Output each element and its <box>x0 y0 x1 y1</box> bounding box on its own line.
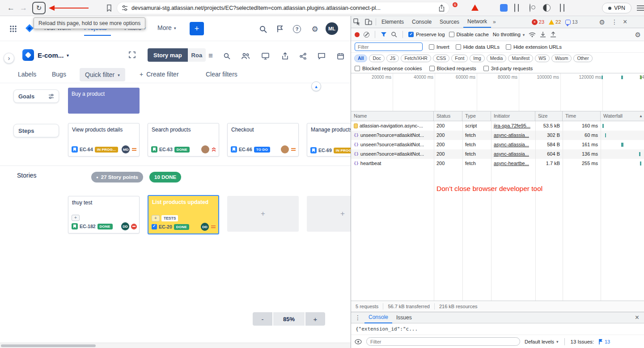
calendar-icon[interactable] <box>335 50 346 62</box>
create-issue-button[interactable]: + <box>190 22 204 35</box>
app-switcher-icon[interactable] <box>10 25 17 32</box>
step-card[interactable]: Search products EC-63 DONE <box>148 123 219 157</box>
zoom-out-button[interactable]: - <box>253 312 272 326</box>
browser-reload-button[interactable]: ↻ <box>32 2 46 14</box>
filter-chip-img[interactable]: Img <box>470 55 485 62</box>
record-button[interactable] <box>355 32 360 37</box>
filter-chip-doc[interactable]: Doc <box>369 55 385 62</box>
scroll-up-button[interactable]: ▴ <box>311 81 321 91</box>
tab-sources[interactable]: Sources <box>436 16 463 28</box>
request-initiator[interactable]: async-atlassia... <box>491 149 535 159</box>
request-initiator[interactable]: async-atlassia... <box>491 131 535 140</box>
issues-count[interactable]: 13 <box>565 19 577 25</box>
throttling-dropdown[interactable]: No throttling ▾ <box>493 32 525 37</box>
settings-gear-icon[interactable]: ⚙ <box>309 24 320 34</box>
steps-row-label[interactable]: Steps <box>13 124 59 137</box>
network-request-row[interactable]: unseen?source=atlaskitNot... 200 fetch a… <box>351 149 644 159</box>
import-har-icon[interactable] <box>540 31 546 38</box>
board-search-icon[interactable] <box>221 50 233 62</box>
clear-network-log-icon[interactable] <box>364 32 369 38</box>
notifications-flag-icon[interactable] <box>275 24 285 34</box>
drawer-tab-issues[interactable]: Issues <box>392 312 416 323</box>
hide-data-urls-checkbox[interactable] <box>456 44 461 50</box>
filter-chip-ws[interactable]: WS <box>535 55 550 62</box>
tab-roadmap[interactable]: Roa <box>188 48 206 62</box>
assignee-avatar[interactable] <box>281 145 289 153</box>
blocked-cookies-checkbox[interactable] <box>355 66 360 71</box>
request-initiator[interactable]: jira-spa.72fe95... <box>491 121 535 131</box>
invert-checkbox[interactable] <box>429 44 434 50</box>
invert-option[interactable]: Invert <box>429 44 449 50</box>
tab-elements[interactable]: Elements <box>377 16 408 28</box>
preserve-log-checkbox[interactable] <box>408 32 414 37</box>
export-icon[interactable] <box>279 50 291 62</box>
goals-row-label[interactable]: Goals <box>13 89 59 103</box>
site-settings-icon[interactable] <box>122 5 128 11</box>
filter-chip-media[interactable]: Media <box>487 55 507 62</box>
extension-circles-icon[interactable] <box>530 4 530 12</box>
hide-extension-urls-checkbox[interactable] <box>506 44 511 50</box>
sidebar-expand-button[interactable]: › <box>4 53 14 64</box>
add-label-button[interactable]: + <box>72 215 80 221</box>
share-nodes-icon[interactable] <box>297 50 309 62</box>
quick-filter-dropdown[interactable]: Quick filter▾ <box>80 68 125 81</box>
warning-count[interactable]: 22 <box>549 19 561 25</box>
filter-chip-manifest[interactable]: Manifest <box>508 55 533 62</box>
extension-warning-icon[interactable] <box>471 4 479 11</box>
extension-translate-icon[interactable] <box>500 4 508 12</box>
network-request-row[interactable]: unseen?source=atlaskitNot... 200 fetch a… <box>351 140 644 149</box>
browser-forward-icon[interactable]: → <box>20 4 27 12</box>
filter-chip-other[interactable]: Other <box>573 55 592 62</box>
story-card-selected[interactable]: List products updated + TESTS EC-20 DONE… <box>148 195 219 234</box>
drawer-close-icon[interactable]: × <box>635 314 639 321</box>
add-card-placeholder[interactable]: + <box>307 196 351 232</box>
log-levels-dropdown[interactable]: Default levels ▾ <box>525 339 559 344</box>
export-har-icon[interactable] <box>550 31 556 38</box>
address-bar[interactable] <box>117 2 449 14</box>
column-status[interactable]: Status <box>434 111 462 121</box>
browser-menu-icon[interactable] <box>637 5 644 11</box>
column-waterfall[interactable]: Waterfall▲ <box>601 111 644 121</box>
assignee-avatar[interactable] <box>201 145 209 153</box>
filter-chip-fetch-xhr[interactable]: Fetch/XHR <box>401 55 431 62</box>
column-type[interactable]: Type <box>462 111 491 121</box>
search-icon[interactable] <box>258 24 268 34</box>
devtools-menu-icon[interactable]: ⋮ <box>611 19 618 25</box>
tab-network[interactable]: Network <box>463 16 491 28</box>
story-card[interactable]: thuy test + EC-182 DONE DD <box>68 196 140 233</box>
eye-icon[interactable] <box>355 339 362 344</box>
disable-cache-option[interactable]: Disable cache <box>449 32 489 37</box>
project-name[interactable]: E-com...▾ <box>38 51 69 59</box>
extension-sheet-icon[interactable] <box>560 4 561 12</box>
devtools-close-icon[interactable]: × <box>623 18 627 25</box>
rows-icon[interactable]: ≡ <box>205 50 216 62</box>
filter-chip-wasm[interactable]: Wasm <box>551 55 572 62</box>
blocked-requests-checkbox[interactable] <box>429 66 435 71</box>
filter-chip-font[interactable]: Font <box>451 55 468 62</box>
network-request-row[interactable]: unseen?source=atlaskitNot... 200 fetch a… <box>351 131 644 140</box>
url-input[interactable] <box>131 5 435 11</box>
create-filter-button[interactable]: +Create filter <box>140 71 179 78</box>
filter-funnel-icon[interactable] <box>381 32 387 37</box>
filter-chip-css[interactable]: CSS <box>433 55 450 62</box>
console-filter-input[interactable] <box>366 337 520 346</box>
hide-extension-urls-option[interactable]: Hide extension URLs <box>506 44 562 50</box>
third-party-checkbox[interactable] <box>483 66 489 71</box>
filter-labels-button[interactable]: Labels <box>18 71 36 78</box>
filter-chip-all[interactable]: All <box>354 55 367 62</box>
step-card[interactable]: View products details EC-64 IN PROG... M… <box>68 123 140 157</box>
filter-chip-js[interactable]: JS <box>386 55 399 62</box>
bookmark-icon[interactable] <box>106 4 112 12</box>
error-count[interactable]: 23 <box>532 19 544 25</box>
network-request-row[interactable]: atlassian-navigation.async-... 200 scrip… <box>351 121 644 131</box>
devtools-settings-icon[interactable]: ⚙ <box>599 19 605 25</box>
assignee-avatar[interactable]: DD <box>201 223 209 231</box>
step-card[interactable]: Checkout EC-66 TO DO <box>227 123 299 157</box>
comment-icon[interactable] <box>316 50 327 62</box>
disable-cache-checkbox[interactable] <box>449 32 454 37</box>
network-overview-timeline[interactable]: 20000 ms 40000 ms 60000 ms 80000 ms 1000… <box>351 73 644 111</box>
issues-flag-count[interactable]: 13 <box>598 339 610 344</box>
fullscreen-icon[interactable] <box>129 51 136 58</box>
console-log-message[interactable]: {"extension_id":"c... <box>351 323 644 335</box>
project-avatar[interactable] <box>22 49 34 61</box>
